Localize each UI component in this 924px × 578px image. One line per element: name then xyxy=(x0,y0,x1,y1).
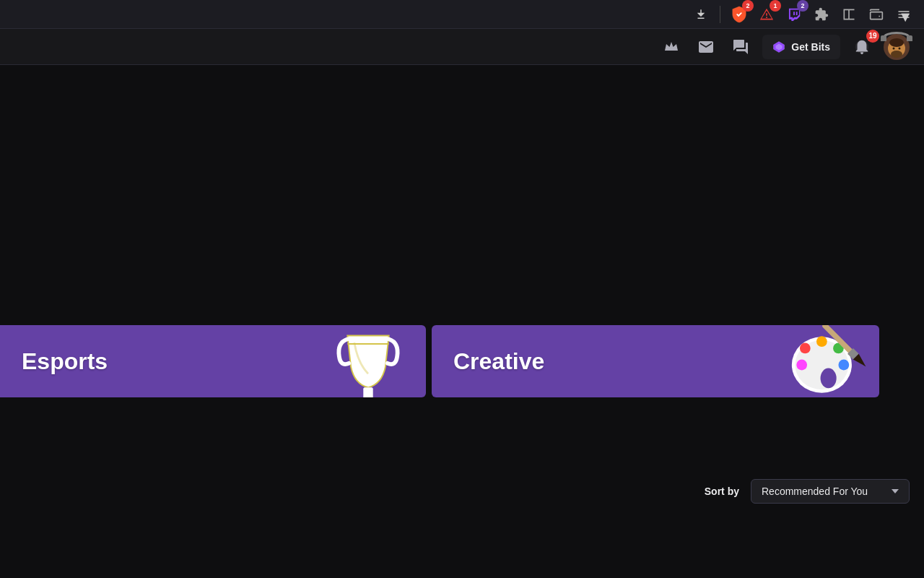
chat-icon[interactable] xyxy=(728,34,754,60)
sort-bar: Sort by Recommended For You xyxy=(0,470,924,513)
creative-category-card[interactable]: Creative xyxy=(432,325,879,397)
notification-count-badge: 19 xyxy=(866,30,879,43)
twitch-extension-badge: 2 xyxy=(797,0,808,12)
creative-card-title: Creative xyxy=(453,348,544,375)
get-bits-label: Get Bits xyxy=(791,41,830,53)
twitch-extension-button[interactable]: 2 xyxy=(783,3,806,26)
esports-card-title: Esports xyxy=(22,348,108,375)
brave-shield-button[interactable]: 2 xyxy=(728,3,751,26)
main-content: Esports xyxy=(0,65,924,513)
inbox-icon[interactable] xyxy=(693,34,719,60)
twitch-navbar: Get Bits 19 xyxy=(0,29,924,65)
user-avatar-container[interactable] xyxy=(884,34,910,60)
sort-dropdown[interactable]: Recommended For You xyxy=(751,479,910,504)
palette-icon xyxy=(782,325,868,397)
category-section: Esports xyxy=(0,311,924,412)
svg-point-14 xyxy=(821,368,837,389)
sort-selected-option: Recommended For You xyxy=(762,486,868,497)
toolbar-divider xyxy=(720,6,720,23)
sidebar-toggle-button[interactable] xyxy=(837,3,860,26)
svg-point-3 xyxy=(891,51,902,58)
svg-point-4 xyxy=(889,38,904,47)
notifications-button[interactable]: 19 xyxy=(849,34,875,60)
crown-icon[interactable] xyxy=(658,34,684,60)
alert-button[interactable]: 1 xyxy=(755,3,778,26)
user-avatar xyxy=(884,34,910,60)
browser-toolbar: 2 1 2 xyxy=(0,0,924,29)
brave-badge: 2 xyxy=(742,0,754,12)
alert-badge: 1 xyxy=(770,0,781,12)
svg-point-6 xyxy=(899,47,901,49)
empty-area xyxy=(0,65,924,181)
svg-point-18 xyxy=(838,360,849,371)
svg-point-5 xyxy=(893,47,895,49)
svg-point-16 xyxy=(816,336,827,347)
browser-expand-chevron[interactable]: ▼ xyxy=(898,9,912,25)
sort-by-label: Sort by xyxy=(705,486,739,497)
share-button[interactable] xyxy=(689,3,712,26)
svg-point-19 xyxy=(796,360,807,371)
svg-rect-9 xyxy=(363,387,372,397)
get-bits-button[interactable]: Get Bits xyxy=(762,35,840,59)
sort-chevron-down-icon xyxy=(892,489,899,493)
svg-point-15 xyxy=(800,343,811,354)
trophy-icon xyxy=(332,329,404,397)
esports-category-card[interactable]: Esports xyxy=(0,325,426,397)
extensions-button[interactable] xyxy=(810,3,833,26)
wallet-button[interactable] xyxy=(865,3,888,26)
